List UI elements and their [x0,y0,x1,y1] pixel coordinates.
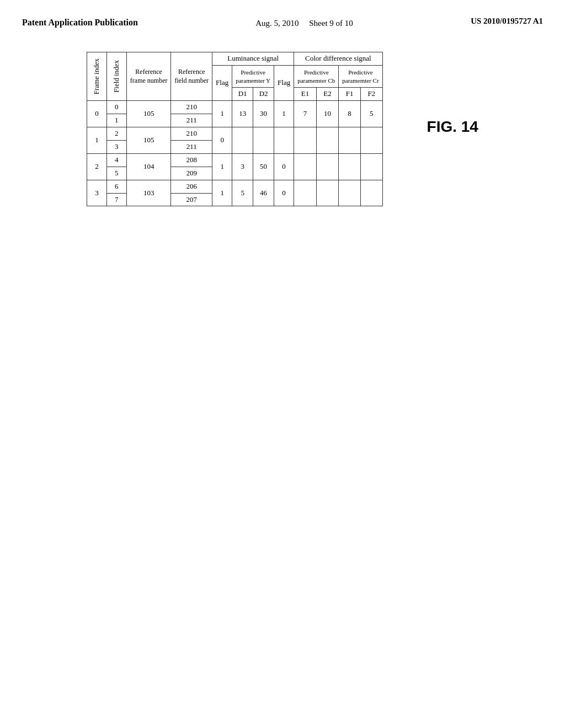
col-e2-empty [316,127,339,154]
field-3: 3 [106,141,126,154]
frame-2: 2 [87,153,107,180]
lum-d1-empty [232,127,253,154]
pub-date: Aug. 5, 2010 [255,19,299,28]
lum-d2-50: 50 [253,153,274,180]
lum-flag2-0b: 0 [274,153,294,180]
ref-field-207: 207 [171,193,212,206]
ref-field-210: 210 [171,101,212,114]
main-content: Frame index Field index Referenceframe n… [0,35,565,223]
table-row: 0 0 105 210 1 13 30 1 7 10 8 5 [87,101,383,114]
patent-number: US 2010/0195727 A1 [471,17,543,26]
color-diff-header: Color difference signal [294,52,382,66]
ref-frame-104: 104 [126,153,171,180]
col-f1-empty3 [339,180,361,206]
field-6: 6 [106,180,126,193]
ref-field-211b: 211 [171,141,212,154]
frame-1: 1 [87,127,107,154]
col-f2-empty2 [360,153,382,180]
frame-0: 0 [87,101,107,127]
col-cr-header: Predictiveparamemter Cr [339,65,382,88]
e2-header: E2 [316,88,339,101]
col-f2-empty [360,127,382,154]
col-f2-5: 5 [360,101,382,127]
col-e2-empty2 [316,153,339,180]
frame-3: 3 [87,180,107,206]
lum-d1-3: 3 [232,153,253,180]
table-row: 1 2 105 210 0 [87,127,383,141]
lum-flag2-0c: 0 [274,180,294,206]
col-e1-empty3 [294,180,317,206]
col-e1-empty [294,127,317,154]
header-center: Aug. 5, 2010 Sheet 9 of 10 [255,17,353,30]
f2-header: F2 [360,88,382,101]
col-f1-8: 8 [339,101,361,127]
lum-flag-0a: 0 [212,127,232,154]
lum-d1-13: 13 [232,101,253,127]
field-5: 5 [106,167,126,180]
field-1: 1 [106,114,126,127]
col-f2-empty3 [360,180,382,206]
frame-index-header: Frame index [87,52,107,101]
field-7: 7 [106,193,126,206]
data-table-container: Frame index Field index Referenceframe n… [87,52,383,206]
col-e1-7: 7 [294,101,317,127]
ref-field-206: 206 [171,180,212,193]
lum-d2-empty [253,127,274,154]
data-table: Frame index Field index Referenceframe n… [87,52,383,206]
sheet-info: Sheet 9 of 10 [309,19,353,28]
luminance-header: Luminance signal [212,52,294,66]
table-row: 2 4 104 208 1 3 50 0 [87,153,383,167]
lum-d2-46: 46 [253,180,274,206]
col-cb-header: Predictiveparamemter Cb [294,65,339,88]
f1-header: F1 [339,88,361,101]
field-index-header: Field index [106,52,126,101]
lum-pred-header: Predictiveparamemter Y [232,65,274,88]
field-0: 0 [106,101,126,114]
e1-header: E1 [294,88,317,101]
field-4: 4 [106,153,126,167]
d2-header: D2 [253,88,274,101]
ref-frame-header: Referenceframe number [126,52,171,101]
publication-title: Patent Application Publication [22,17,138,29]
page-header: Patent Application Publication Aug. 5, 2… [0,0,565,35]
ref-frame-105-b: 105 [126,127,171,154]
fig-area: FIG. 14 [416,52,478,206]
field-2: 2 [106,127,126,141]
ref-field-210b: 210 [171,127,212,141]
col-e2-empty3 [316,180,339,206]
ref-field-208: 208 [171,153,212,167]
table-row: 3 6 103 206 1 5 46 0 [87,180,383,193]
col-f1-empty2 [339,153,361,180]
fig-label: FIG. 14 [427,118,478,136]
lum-flag2-empty [274,127,294,154]
lum-d2-30: 30 [253,101,274,127]
ref-field-209: 209 [171,167,212,180]
lum-flag-header: Flag [212,65,232,100]
lum-flag-1c: 1 [212,180,232,206]
lum-d1-5: 5 [232,180,253,206]
lum-flag-1: 1 [212,101,232,127]
col-e2-10: 10 [316,101,339,127]
ref-field-211a: 211 [171,114,212,127]
col-f1-empty [339,127,361,154]
ref-frame-105-a: 105 [126,101,171,127]
lum-flag2-header: Flag [274,65,294,100]
col-e1-empty2 [294,153,317,180]
d1-header: D1 [232,88,253,101]
ref-field-header: Referencefield number [171,52,212,101]
ref-frame-103: 103 [126,180,171,206]
lum-flag-1b: 1 [212,153,232,180]
lum-flag2-1: 1 [274,101,294,127]
